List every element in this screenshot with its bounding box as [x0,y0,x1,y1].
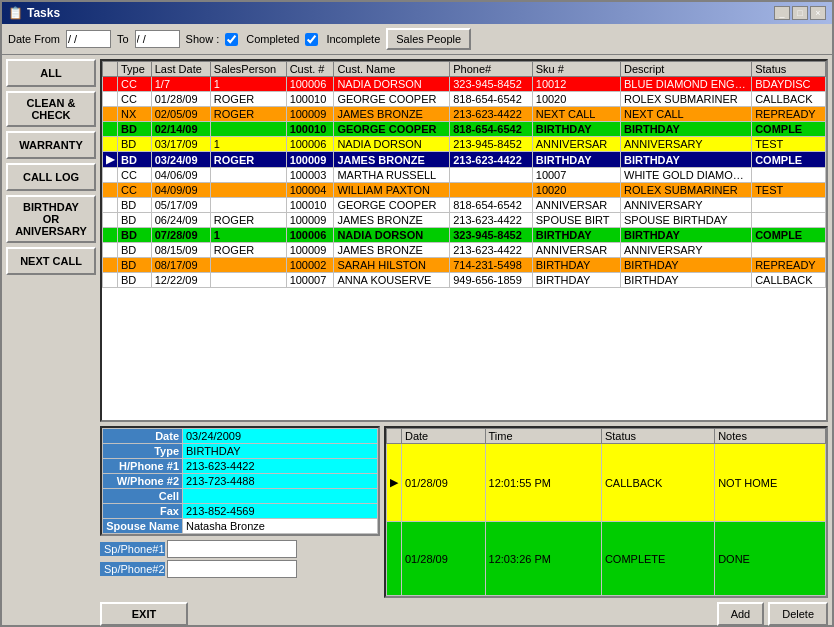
warranty-button[interactable]: WARRANTY [6,131,96,159]
exit-button[interactable]: EXIT [100,602,188,626]
col-status: Status [752,62,826,77]
sp-phone2-label: Sp/Phone#2 [100,562,165,576]
incomplete-checkbox[interactable] [305,33,318,46]
title-bar-controls: _ □ × [774,6,826,20]
table-row[interactable]: CC04/09/09100004WILLIAM PAXTON10020ROLEX… [103,183,826,198]
detail-row: W/Phone #2 [103,474,378,489]
call-log-col-time: Time [485,429,601,444]
add-button[interactable]: Add [717,602,765,626]
detail-row: Date [103,429,378,444]
table-row[interactable]: CC04/06/09100003MARTHA RUSSELL10007WHITE… [103,168,826,183]
sp-phone1-input[interactable] [167,540,297,558]
toolbar: Date From To Show : Completed Incomplete… [2,24,832,55]
detail-row: Spouse Name [103,519,378,534]
call-log-col-status: Status [601,429,714,444]
main-table-container[interactable]: Type Last Date SalesPerson Cust. # Cust.… [100,59,828,422]
action-buttons: Add Delete [384,602,828,626]
maximize-button[interactable]: □ [792,6,808,20]
table-row[interactable]: BD05/17/09100010GEORGE COOPER818-654-654… [103,198,826,213]
date-from-label: Date From [8,33,60,45]
call-log-col-indicator [387,429,402,444]
close-button[interactable]: × [810,6,826,20]
show-label: Show : [186,33,220,45]
call-log-table: Date Time Status Notes ▶01/28/0912:01:55… [386,428,826,596]
col-cust-name: Cust. Name [334,62,450,77]
call-log-col-notes: Notes [715,429,826,444]
birthday-button[interactable]: BIRTHDAY OR ANIVERSARY [6,195,96,243]
delete-button[interactable]: Delete [768,602,828,626]
bottom-area: DateTypeH/Phone #1W/Phone #2CellFaxSpous… [100,426,828,626]
table-row[interactable]: BD02/14/09100010GEORGE COOPER818-654-654… [103,122,826,137]
left-panel: ALL CLEAN & CHECK WARRANTY CALL LOG BIRT… [6,59,96,626]
detail-section: DateTypeH/Phone #1W/Phone #2CellFaxSpous… [100,426,380,626]
table-row[interactable]: NX02/05/09ROGER100009JAMES BRONZE213-623… [103,107,826,122]
detail-row: H/Phone #1 [103,459,378,474]
call-log-section: Date Time Status Notes ▶01/28/0912:01:55… [384,426,828,626]
sales-people-button[interactable]: Sales People [386,28,471,50]
main-table: Type Last Date SalesPerson Cust. # Cust.… [102,61,826,288]
table-row[interactable]: BD08/17/09100002SARAH HILSTON714-231-549… [103,258,826,273]
title-bar: 📋 Tasks _ □ × [2,2,832,24]
call-log-row[interactable]: ▶01/28/0912:01:55 PMCALLBACKNOT HOME [387,444,826,522]
table-row[interactable]: ▶BD03/24/09ROGER100009JAMES BRONZE213-62… [103,152,826,168]
all-button[interactable]: ALL [6,59,96,87]
table-row[interactable]: CC1/71100006NADIA DORSON323-945-84521001… [103,77,826,92]
call-log-col-date: Date [402,429,486,444]
col-type: Type [118,62,152,77]
detail-row: Type [103,444,378,459]
table-row[interactable]: BD06/24/09ROGER100009JAMES BRONZE213-623… [103,213,826,228]
table-row[interactable]: BD12/22/09100007ANNA KOUSERVE949-656-185… [103,273,826,288]
window-title: Tasks [27,6,60,20]
col-last-date: Last Date [151,62,210,77]
call-log-row[interactable]: 01/28/0912:03:26 PMCOMPLETEDONE [387,522,826,596]
sp-phone1-row: Sp/Phone#1 [100,540,380,558]
clean-check-button[interactable]: CLEAN & CHECK [6,91,96,127]
col-phone: Phone# [450,62,533,77]
col-descript: Descript [621,62,752,77]
right-panel: Type Last Date SalesPerson Cust. # Cust.… [100,59,828,626]
table-row[interactable]: BD07/28/091100006NADIA DORSON323-945-845… [103,228,826,243]
table-row[interactable]: BD03/17/091100006NADIA DORSON213-945-845… [103,137,826,152]
minimize-button[interactable]: _ [774,6,790,20]
col-sku: Sku # [532,62,620,77]
sp-phone2-input[interactable] [167,560,297,578]
to-label: To [117,33,129,45]
completed-checkbox[interactable] [225,33,238,46]
completed-label: Completed [246,33,299,45]
sp-phone2-row: Sp/Phone#2 [100,560,380,578]
main-window: 📋 Tasks _ □ × Date From To Show : Comple… [0,0,834,627]
table-row[interactable]: BD08/15/09ROGER100009JAMES BRONZE213-623… [103,243,826,258]
sp-phone1-label: Sp/Phone#1 [100,542,165,556]
call-log-panel[interactable]: Date Time Status Notes ▶01/28/0912:01:55… [384,426,828,598]
col-indicator [103,62,118,77]
detail-row: Cell [103,489,378,504]
detail-panel: DateTypeH/Phone #1W/Phone #2CellFaxSpous… [100,426,380,536]
next-call-button[interactable]: NEXT CALL [6,247,96,275]
title-bar-text: 📋 Tasks [8,6,60,20]
sp-panel: Sp/Phone#1 Sp/Phone#2 [100,538,380,578]
detail-table: DateTypeH/Phone #1W/Phone #2CellFaxSpous… [102,428,378,534]
app-icon: 📋 [8,6,23,20]
detail-row: Fax [103,504,378,519]
table-row[interactable]: CC01/28/09ROGER100010GEORGE COOPER818-65… [103,92,826,107]
date-to-input[interactable] [135,30,180,48]
incomplete-label: Incomplete [326,33,380,45]
date-from-input[interactable] [66,30,111,48]
exit-container: EXIT [100,598,380,626]
call-log-button[interactable]: CALL LOG [6,163,96,191]
col-cust-num: Cust. # [286,62,334,77]
main-area: ALL CLEAN & CHECK WARRANTY CALL LOG BIRT… [2,55,832,627]
col-sales-person: SalesPerson [210,62,286,77]
